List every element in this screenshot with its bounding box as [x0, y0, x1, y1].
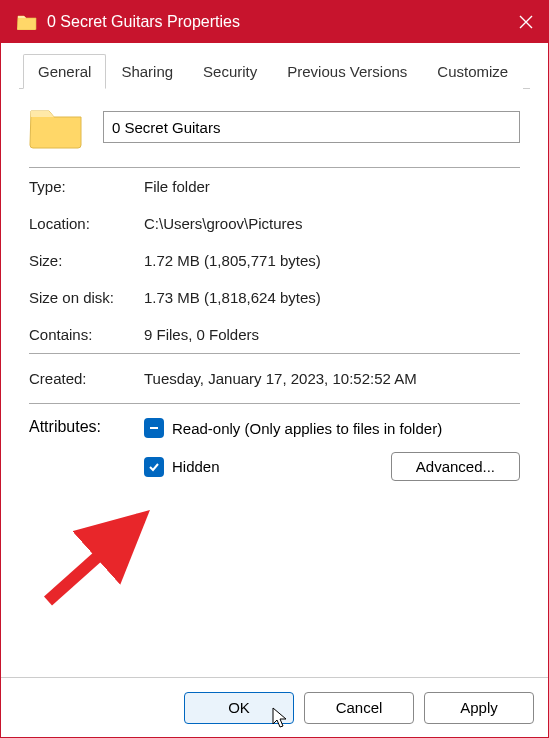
readonly-checkbox-row[interactable]: Read-only (Only applies to files in fold…: [144, 414, 520, 442]
readonly-label: Read-only (Only applies to files in fold…: [172, 420, 442, 437]
tab-security[interactable]: Security: [188, 54, 272, 89]
type-value: File folder: [144, 178, 520, 195]
titlebar[interactable]: 0 Secret Guitars Properties: [1, 1, 548, 43]
folder-name-input[interactable]: [103, 111, 520, 143]
tab-content: Type: File folder Location: C:\Users\gro…: [19, 89, 530, 485]
hidden-checkbox[interactable]: [144, 457, 164, 477]
size-value: 1.72 MB (1,805,771 bytes): [144, 252, 520, 269]
window-body: General Sharing Security Previous Versio…: [1, 43, 548, 485]
tab-previous-versions[interactable]: Previous Versions: [272, 54, 422, 89]
check-icon: [148, 461, 160, 473]
button-bar: OK Cancel Apply: [1, 677, 548, 737]
cancel-button[interactable]: Cancel: [304, 692, 414, 724]
size-label: Size:: [29, 252, 144, 269]
attributes-label: Attributes:: [29, 414, 144, 485]
svg-line-1: [48, 518, 141, 601]
tab-bar: General Sharing Security Previous Versio…: [19, 53, 530, 89]
hidden-checkbox-row[interactable]: Hidden Advanced...: [144, 448, 520, 485]
created-value: Tuesday, January 17, 2023, 10:52:52 AM: [144, 370, 520, 387]
location-label: Location:: [29, 215, 144, 232]
ok-button[interactable]: OK: [184, 692, 294, 724]
tab-customize[interactable]: Customize: [422, 54, 523, 89]
sizeondisk-value: 1.73 MB (1,818,624 bytes): [144, 289, 520, 306]
close-button[interactable]: [504, 1, 548, 43]
window-title: 0 Secret Guitars Properties: [47, 13, 504, 31]
sizeondisk-label: Size on disk:: [29, 289, 144, 306]
hidden-label: Hidden: [172, 458, 220, 475]
properties-window: 0 Secret Guitars Properties General Shar…: [0, 0, 549, 738]
location-value: C:\Users\groov\Pictures: [144, 215, 520, 232]
annotation-arrow: [36, 473, 176, 613]
folder-icon: [17, 14, 37, 30]
apply-button[interactable]: Apply: [424, 692, 534, 724]
close-icon: [519, 15, 533, 29]
svg-rect-0: [150, 427, 158, 429]
folder-large-icon: [29, 105, 83, 149]
contains-value: 9 Files, 0 Folders: [144, 326, 520, 343]
tab-sharing[interactable]: Sharing: [106, 54, 188, 89]
readonly-checkbox[interactable]: [144, 418, 164, 438]
type-label: Type:: [29, 178, 144, 195]
indeterminate-icon: [148, 422, 160, 434]
created-label: Created:: [29, 370, 144, 387]
advanced-button[interactable]: Advanced...: [391, 452, 520, 481]
contains-label: Contains:: [29, 326, 144, 343]
tab-general[interactable]: General: [23, 54, 106, 89]
